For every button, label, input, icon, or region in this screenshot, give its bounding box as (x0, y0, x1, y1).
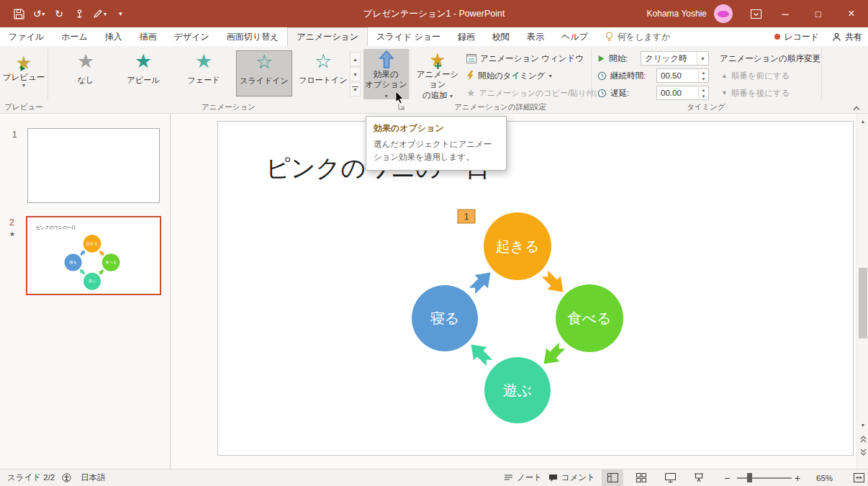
scroll-up-icon[interactable]: ▲ (857, 115, 868, 127)
tab-file[interactable]: ファイル (0, 27, 53, 46)
quick-access-toolbar: ↺▾ ↻ ▾ ▾ (10, 0, 129, 27)
star-gray-icon: ★ (77, 50, 94, 75)
up-triangle-icon: ▲ (721, 72, 728, 79)
collapse-ribbon-icon[interactable] (852, 104, 861, 112)
tab-transitions[interactable]: 画面切り替え (218, 27, 288, 46)
svg-text:寝る: 寝る (69, 260, 77, 265)
diagram-node-eat[interactable]: 食べる (556, 284, 623, 352)
maximize-button[interactable]: □ (802, 0, 835, 27)
zoom-slider-thumb[interactable] (747, 473, 752, 482)
animation-painter-button: ★ アニメーションのコピー/貼り付け (466, 85, 602, 101)
vertical-scrollbar[interactable]: ▲ ▼ (856, 114, 868, 469)
pen-icon[interactable]: ▾ (91, 3, 109, 24)
animation-appear[interactable]: ★ アピール (115, 50, 171, 96)
account-avatar[interactable] (714, 4, 733, 23)
comments-button[interactable]: コメント (548, 469, 595, 486)
zoom-slider-track[interactable] (737, 477, 792, 479)
customize-qat-icon[interactable]: ▾ (112, 3, 129, 24)
touch-mode-icon[interactable] (71, 3, 88, 24)
animation-float-in[interactable]: ☆ フロートイン (295, 50, 351, 96)
spin-down-icon[interactable]: ▼ (699, 76, 708, 82)
tab-draw[interactable]: 描画 (131, 27, 166, 46)
arrow-bottom-right (537, 339, 569, 371)
tab-help[interactable]: ヘルプ (553, 27, 597, 46)
ribbon-display-options-icon[interactable] (743, 0, 769, 27)
tab-insert[interactable]: 挿入 (96, 27, 131, 46)
diagram-node-wake[interactable]: 起きる (484, 212, 551, 280)
gallery-more-icon[interactable]: ▼ (350, 82, 361, 96)
status-bar: スライド 2/2 日本語 ノート コメント − + 65% (0, 469, 868, 486)
duration-clock-icon (597, 71, 607, 81)
slide-sorter-view-button[interactable] (630, 469, 652, 486)
slide-1-thumbnail[interactable] (27, 128, 160, 203)
tab-animations[interactable]: アニメーション (287, 27, 368, 46)
save-icon[interactable] (10, 3, 27, 24)
tab-design[interactable]: デザイン (166, 27, 218, 46)
account-name[interactable]: Kohama Yoshie (647, 9, 707, 19)
delay-input[interactable]: 00.00 ▲▼ (656, 86, 709, 100)
undo-icon[interactable]: ↺▾ (30, 3, 48, 24)
reading-view-button[interactable] (659, 469, 681, 486)
star-fade-icon: ★ (195, 50, 212, 75)
ribbon: ★ プレビュー ▾ プレビュー ★ なし ★ アピール ★ フェード ☆ スライ… (0, 46, 868, 114)
notes-button[interactable]: ノート (504, 469, 542, 486)
tab-slideshow[interactable]: スライド ショー (368, 27, 449, 46)
tellme-search[interactable]: 何をしますか (597, 27, 679, 46)
add-animation-button[interactable]: ★ アニメーション の追加 ▾ (414, 49, 461, 99)
zoom-level[interactable]: 65% (816, 469, 833, 486)
spin-up-icon[interactable]: ▲ (699, 69, 708, 76)
chevron-down-icon[interactable]: ▼ (697, 52, 708, 65)
trigger-button[interactable]: 開始のタイミング ▾ (466, 68, 552, 84)
scroll-down-icon[interactable]: ▼ (857, 419, 868, 431)
normal-view-icon (607, 473, 618, 482)
thumbnail-cycle-diagram: 起きる 食べる 遊ぶ 寝る (63, 233, 121, 291)
duration-input[interactable]: 00.50 ▲▼ (656, 68, 709, 83)
delay-label: 遅延: (610, 88, 629, 99)
diagram-node-play[interactable]: 遊ぶ (484, 357, 551, 423)
fit-to-window-button[interactable] (848, 469, 868, 486)
close-button[interactable]: × (835, 0, 868, 27)
move-later-button: ▼ 順番を後にする (721, 85, 790, 101)
gallery-scroll-down-icon[interactable]: ▼ (350, 67, 361, 81)
diagram-node-sleep[interactable]: 寝る (412, 285, 478, 351)
tab-review[interactable]: 校閲 (484, 27, 518, 46)
zoom-out-button[interactable]: − (724, 469, 730, 486)
accessibility-icon[interactable] (62, 469, 71, 486)
spin-down-icon[interactable]: ▼ (699, 93, 708, 99)
animation-fade[interactable]: ★ フェード (176, 50, 232, 96)
group-label-advanced: アニメーションの詳細設定 (410, 101, 591, 112)
zoom-in-button[interactable]: + (795, 469, 800, 486)
language-button[interactable]: 日本語 (81, 469, 106, 486)
redo-icon[interactable]: ↻ (50, 3, 68, 24)
animation-pane-button[interactable]: アニメーション ウィンドウ (466, 50, 584, 66)
slide-editing-surface[interactable]: ピンクのワニの一日 起きる 食べる 遊ぶ (217, 121, 854, 456)
arrow-bottom-left (464, 338, 496, 369)
painter-star-icon: ★ (466, 87, 476, 99)
gallery-scroll-up-icon[interactable]: ▲ (350, 52, 361, 66)
start-select[interactable]: クリック時 ▼ (641, 51, 709, 66)
record-button[interactable]: レコード (774, 31, 819, 43)
mouse-cursor (395, 91, 404, 107)
tab-view[interactable]: 表示 (518, 27, 553, 46)
scrollbar-thumb[interactable] (859, 268, 867, 338)
tab-recording[interactable]: 録画 (449, 27, 484, 46)
share-button[interactable]: 共有 (832, 31, 862, 43)
cycle-diagram: 起きる 食べる 遊ぶ 寝る 1 (218, 122, 854, 456)
minimize-button[interactable]: ─ (769, 0, 802, 27)
animation-none[interactable]: ★ なし (58, 50, 114, 96)
slideshow-icon (694, 473, 704, 482)
animation-slide-in[interactable]: ☆ スライドイン (236, 50, 292, 96)
normal-view-button[interactable] (602, 469, 623, 486)
spin-up-icon[interactable]: ▲ (699, 86, 708, 93)
reorder-animation-label: アニメーションの順序変更 (720, 50, 820, 66)
tab-home[interactable]: ホーム (53, 27, 96, 46)
previous-slide-icon[interactable] (857, 433, 868, 445)
slideshow-view-button[interactable] (688, 469, 710, 486)
slide-2-thumbnail[interactable]: ピンクのワニの一日 起きる 食べる 遊ぶ 寝る (26, 216, 161, 295)
slide-1-number: 1 (12, 130, 17, 140)
preview-icon: ★ (15, 50, 32, 72)
preview-button[interactable]: ★ プレビュー ▾ (1, 49, 46, 99)
reading-view-icon (665, 473, 676, 482)
window-title: プレゼンテーション1 - PowerPoint (363, 0, 505, 27)
next-slide-icon[interactable] (857, 446, 868, 458)
